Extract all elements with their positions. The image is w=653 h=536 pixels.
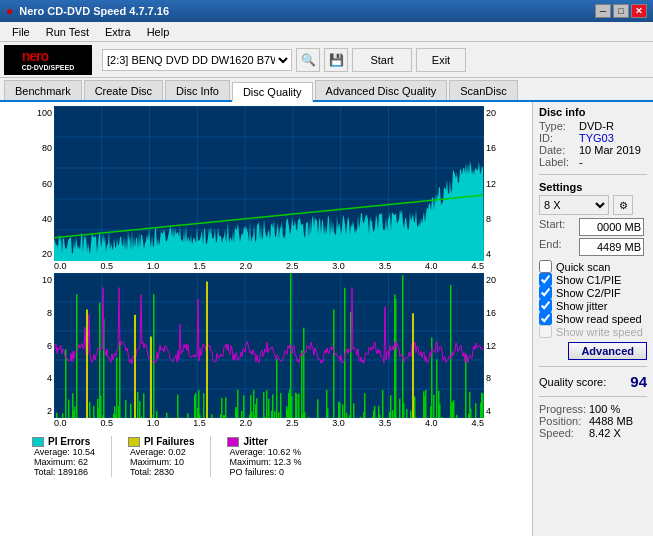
y-right-upper-16: 16 (486, 143, 504, 153)
settings-title: Settings (539, 181, 647, 193)
show-c2pif-checkbox[interactable] (539, 286, 552, 299)
speed-select[interactable]: 8 X Max 2 X 4 X 12 X 16 X (539, 195, 609, 215)
y-left-lower-10: 10 (30, 275, 52, 285)
disc-label-value: - (579, 156, 583, 168)
disc-date-label: Date: (539, 144, 575, 156)
tab-create-disc[interactable]: Create Disc (84, 80, 163, 100)
y-right-lower-4: 4 (486, 406, 504, 416)
lower-chart-wrapper: 10 8 6 4 2 20 16 12 8 4 0.0 (30, 273, 504, 428)
pi-errors-avg: Average: 10.54 (32, 447, 95, 457)
speed-label: Speed: (539, 427, 585, 439)
maximize-button[interactable]: □ (613, 4, 629, 18)
close-button[interactable]: ✕ (631, 4, 647, 18)
show-write-speed-label: Show write speed (556, 326, 643, 338)
position-label: Position: (539, 415, 585, 427)
disc-id-value: TYG03 (579, 132, 614, 144)
main-content: 100 80 60 40 20 20 16 12 8 4 0.0 (0, 102, 653, 536)
start-input[interactable] (579, 218, 644, 236)
tab-scandisc[interactable]: ScanDisc (449, 80, 517, 100)
app-logo: nero CD·DVD/SPEED (4, 45, 92, 75)
pi-failures-max: Maximum: 10 (128, 457, 195, 467)
save-icon-button[interactable]: 💾 (324, 48, 348, 72)
show-c1pie-checkbox[interactable] (539, 273, 552, 286)
jitter-avg: Average: 10.62 % (227, 447, 301, 457)
tab-advanced-disc-quality[interactable]: Advanced Disc Quality (315, 80, 448, 100)
divider-2 (539, 366, 647, 367)
exit-button[interactable]: Exit (416, 48, 466, 72)
menu-help[interactable]: Help (139, 24, 178, 40)
settings-icon-button[interactable]: ⚙ (613, 195, 633, 215)
tab-disc-quality[interactable]: Disc Quality (232, 82, 313, 102)
jitter-title: Jitter (243, 436, 267, 447)
quality-score: 94 (630, 373, 647, 390)
quick-scan-row: Quick scan (539, 260, 647, 273)
show-write-speed-checkbox[interactable] (539, 325, 552, 338)
title-bar: ● Nero CD-DVD Speed 4.7.7.16 ─ □ ✕ (0, 0, 653, 22)
chart-area: 100 80 60 40 20 20 16 12 8 4 0.0 (0, 102, 533, 536)
show-c1pie-row: Show C1/PIE (539, 273, 647, 286)
position-value: 4488 MB (589, 415, 633, 427)
tab-benchmark[interactable]: Benchmark (4, 80, 82, 100)
show-read-speed-label: Show read speed (556, 313, 642, 325)
show-jitter-checkbox[interactable] (539, 299, 552, 312)
minimize-button[interactable]: ─ (595, 4, 611, 18)
menu-extra[interactable]: Extra (97, 24, 139, 40)
x-label-40: 4.0 (425, 261, 438, 271)
position-row: Position: 4488 MB (539, 415, 647, 427)
y-right-lower-12: 12 (486, 341, 504, 351)
disc-id-row: ID: TYG03 (539, 132, 647, 144)
jitter-color (227, 437, 239, 447)
y-right-lower-16: 16 (486, 308, 504, 318)
tab-disc-info[interactable]: Disc Info (165, 80, 230, 100)
y-left-upper-80: 80 (30, 143, 52, 153)
show-c2pif-label: Show C2/PIF (556, 287, 621, 299)
disc-label-label: Label: (539, 156, 575, 168)
y-right-upper-12: 12 (486, 179, 504, 189)
legend-jitter: Jitter Average: 10.62 % Maximum: 12.3 % … (227, 436, 301, 477)
x-label-10: 1.0 (147, 261, 160, 271)
x-label-0: 0.0 (54, 261, 67, 271)
jitter-po-failures: PO failures: 0 (227, 467, 301, 477)
show-c2pif-row: Show C2/PIF (539, 286, 647, 299)
y-left-upper-40: 40 (30, 214, 52, 224)
progress-section: Progress: 100 % Position: 4488 MB Speed:… (539, 403, 647, 439)
progress-label: Progress: (539, 403, 585, 415)
menu-file[interactable]: File (4, 24, 38, 40)
x-label-25: 2.5 (286, 261, 299, 271)
start-button[interactable]: Start (352, 48, 412, 72)
show-read-speed-row: Show read speed (539, 312, 647, 325)
y-left-upper-60: 60 (30, 179, 52, 189)
y-right-upper-8: 8 (486, 214, 504, 224)
x-label-05: 0.5 (100, 261, 113, 271)
menu-run-test[interactable]: Run Test (38, 24, 97, 40)
quick-scan-checkbox[interactable] (539, 260, 552, 273)
disc-type-row: Type: DVD-R (539, 120, 647, 132)
divider-1 (539, 174, 647, 175)
drive-select[interactable]: [2:3] BENQ DVD DD DW1620 B7W9 (102, 49, 292, 71)
disc-id-label: ID: (539, 132, 575, 144)
disc-info-title: Disc info (539, 106, 647, 118)
advanced-row: Advanced (539, 342, 647, 360)
advanced-button[interactable]: Advanced (568, 342, 647, 360)
disc-label-row: Label: - (539, 156, 647, 168)
legend-divider-2 (210, 436, 211, 477)
y-left-lower-8: 8 (30, 308, 52, 318)
pi-errors-title: PI Errors (48, 436, 90, 447)
start-label: Start: (539, 218, 575, 236)
end-input[interactable] (579, 238, 644, 256)
settings-section: Settings 8 X Max 2 X 4 X 12 X 16 X ⚙ Sta… (539, 181, 647, 360)
y-left-lower-2: 2 (30, 406, 52, 416)
app-title: Nero CD-DVD Speed 4.7.7.16 (19, 5, 169, 17)
app-icon: ● (6, 4, 13, 18)
y-right-upper-20: 20 (486, 108, 504, 118)
checkboxes-section: Quick scan Show C1/PIE Show C2/PIF Show … (539, 260, 647, 338)
pi-failures-color (128, 437, 140, 447)
pi-errors-total: Total: 189186 (32, 467, 95, 477)
x-label-15: 1.5 (193, 261, 206, 271)
show-read-speed-checkbox[interactable] (539, 312, 552, 325)
disc-info-section: Disc info Type: DVD-R ID: TYG03 Date: 10… (539, 106, 647, 168)
end-row: End: (539, 238, 647, 256)
end-label: End: (539, 238, 575, 256)
refresh-icon-button[interactable]: 🔍 (296, 48, 320, 72)
y-left-upper-100: 100 (30, 108, 52, 118)
